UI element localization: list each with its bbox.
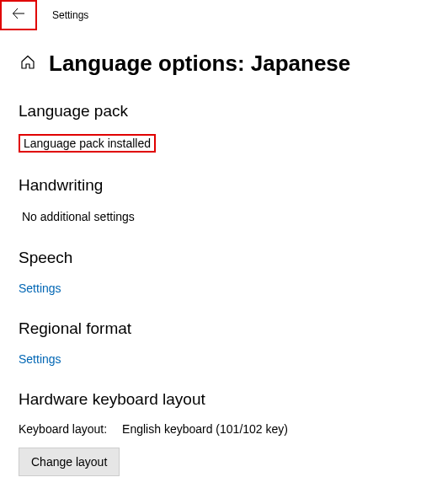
page-header: Language options: Japanese (19, 51, 402, 77)
speech-heading: Speech (19, 249, 402, 267)
page-title: Language options: Japanese (49, 51, 350, 77)
home-button[interactable] (19, 55, 37, 73)
keyboard-layout-row: Keyboard layout: English keyboard (101/1… (19, 422, 402, 436)
regional-format-heading: Regional format (19, 319, 402, 338)
content-area: Language options: Japanese Language pack… (0, 30, 421, 476)
window-title: Settings (52, 9, 88, 21)
language-pack-status: Language pack installed (19, 134, 156, 153)
change-layout-button[interactable]: Change layout (19, 448, 120, 476)
section-handwriting: Handwriting No additional settings (19, 176, 402, 225)
back-arrow-icon (12, 7, 25, 24)
title-bar: Settings (0, 0, 421, 30)
back-button[interactable] (0, 0, 37, 30)
handwriting-heading: Handwriting (19, 176, 402, 195)
section-speech: Speech Settings (19, 249, 402, 296)
section-regional-format: Regional format Settings (19, 319, 402, 367)
regional-format-settings-link[interactable]: Settings (19, 352, 61, 366)
handwriting-status: No additional settings (19, 208, 138, 225)
language-pack-heading: Language pack (19, 102, 402, 121)
section-language-pack: Language pack Language pack installed (19, 102, 402, 153)
keyboard-layout-label: Keyboard layout: (19, 422, 107, 436)
hardware-keyboard-heading: Hardware keyboard layout (19, 390, 402, 409)
home-icon (20, 55, 35, 73)
keyboard-layout-value: English keyboard (101/102 key) (122, 422, 288, 436)
speech-settings-link[interactable]: Settings (19, 281, 61, 295)
section-hardware-keyboard: Hardware keyboard layout Keyboard layout… (19, 390, 402, 476)
